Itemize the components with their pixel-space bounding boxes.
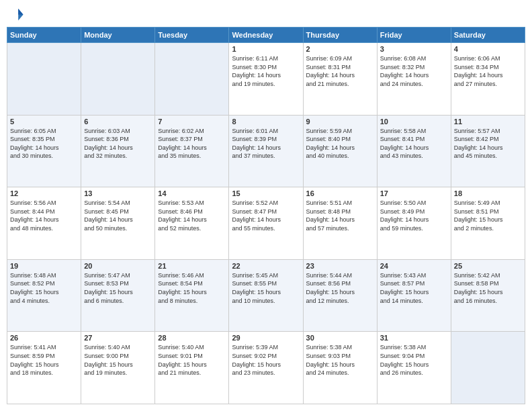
calendar-cell: 19Sunrise: 5:48 AM Sunset: 8:52 PM Dayli… bbox=[7, 259, 81, 332]
weekday-header-sunday: Sunday bbox=[7, 28, 81, 43]
calendar-cell: 2Sunrise: 6:09 AM Sunset: 8:31 PM Daylig… bbox=[303, 43, 377, 116]
day-info: Sunrise: 5:54 AM Sunset: 8:45 PM Dayligh… bbox=[84, 199, 152, 232]
day-number: 22 bbox=[232, 262, 300, 270]
day-number: 4 bbox=[454, 45, 522, 53]
week-row-2: 5Sunrise: 6:05 AM Sunset: 8:35 PM Daylig… bbox=[7, 115, 525, 187]
weekday-header-tuesday: Tuesday bbox=[155, 28, 229, 43]
calendar-cell: 23Sunrise: 5:44 AM Sunset: 8:56 PM Dayli… bbox=[303, 259, 377, 332]
calendar-cell bbox=[451, 332, 525, 404]
day-info: Sunrise: 5:52 AM Sunset: 8:47 PM Dayligh… bbox=[232, 199, 300, 232]
calendar-cell: 1Sunrise: 6:11 AM Sunset: 8:30 PM Daylig… bbox=[229, 43, 303, 116]
weekday-header-thursday: Thursday bbox=[303, 28, 377, 43]
day-number: 26 bbox=[10, 334, 78, 342]
day-number: 1 bbox=[232, 45, 300, 53]
day-number: 17 bbox=[380, 189, 448, 197]
day-number: 5 bbox=[10, 118, 78, 126]
day-number: 2 bbox=[306, 45, 374, 53]
day-number: 3 bbox=[380, 45, 448, 53]
day-number: 20 bbox=[84, 262, 152, 270]
logo bbox=[9, 7, 26, 21]
calendar-cell: 30Sunrise: 5:38 AM Sunset: 9:03 PM Dayli… bbox=[303, 332, 377, 404]
day-number: 16 bbox=[306, 189, 374, 197]
day-number: 8 bbox=[232, 118, 300, 126]
calendar-cell: 8Sunrise: 6:01 AM Sunset: 8:39 PM Daylig… bbox=[229, 115, 303, 187]
day-info: Sunrise: 5:40 AM Sunset: 9:01 PM Dayligh… bbox=[158, 343, 226, 377]
day-info: Sunrise: 5:41 AM Sunset: 8:59 PM Dayligh… bbox=[10, 343, 78, 377]
weekday-header-wednesday: Wednesday bbox=[229, 28, 303, 43]
day-info: Sunrise: 5:59 AM Sunset: 8:40 PM Dayligh… bbox=[306, 127, 374, 161]
day-info: Sunrise: 5:42 AM Sunset: 8:58 PM Dayligh… bbox=[454, 271, 522, 305]
day-number: 10 bbox=[380, 118, 448, 126]
calendar-cell: 15Sunrise: 5:52 AM Sunset: 8:47 PM Dayli… bbox=[229, 187, 303, 260]
day-number: 28 bbox=[158, 334, 226, 342]
day-info: Sunrise: 6:01 AM Sunset: 8:39 PM Dayligh… bbox=[232, 127, 300, 161]
day-info: Sunrise: 5:56 AM Sunset: 8:44 PM Dayligh… bbox=[10, 199, 78, 232]
svg-marker-1 bbox=[18, 9, 23, 15]
day-info: Sunrise: 5:46 AM Sunset: 8:54 PM Dayligh… bbox=[158, 271, 226, 305]
calendar-cell: 17Sunrise: 5:50 AM Sunset: 8:49 PM Dayli… bbox=[377, 187, 451, 260]
calendar-cell: 31Sunrise: 5:38 AM Sunset: 9:04 PM Dayli… bbox=[377, 332, 451, 404]
day-number: 25 bbox=[454, 262, 522, 270]
calendar-cell: 24Sunrise: 5:43 AM Sunset: 8:57 PM Dayli… bbox=[377, 259, 451, 332]
day-info: Sunrise: 6:09 AM Sunset: 8:31 PM Dayligh… bbox=[306, 54, 374, 88]
calendar-table: SundayMondayTuesdayWednesdayThursdayFrid… bbox=[7, 27, 525, 404]
week-row-4: 19Sunrise: 5:48 AM Sunset: 8:52 PM Dayli… bbox=[7, 259, 525, 332]
calendar-cell: 26Sunrise: 5:41 AM Sunset: 8:59 PM Dayli… bbox=[7, 332, 81, 404]
day-number: 19 bbox=[10, 262, 78, 270]
day-info: Sunrise: 6:05 AM Sunset: 8:35 PM Dayligh… bbox=[10, 127, 78, 161]
day-info: Sunrise: 5:38 AM Sunset: 9:03 PM Dayligh… bbox=[306, 343, 374, 377]
day-info: Sunrise: 6:11 AM Sunset: 8:30 PM Dayligh… bbox=[232, 54, 300, 88]
day-info: Sunrise: 5:53 AM Sunset: 8:46 PM Dayligh… bbox=[158, 199, 226, 232]
calendar-cell: 14Sunrise: 5:53 AM Sunset: 8:46 PM Dayli… bbox=[155, 187, 229, 260]
week-row-3: 12Sunrise: 5:56 AM Sunset: 8:44 PM Dayli… bbox=[7, 187, 525, 260]
day-number: 7 bbox=[158, 118, 226, 126]
day-number: 11 bbox=[454, 118, 522, 126]
week-row-5: 26Sunrise: 5:41 AM Sunset: 8:59 PM Dayli… bbox=[7, 332, 525, 404]
day-number: 12 bbox=[10, 189, 78, 197]
calendar-cell: 20Sunrise: 5:47 AM Sunset: 8:53 PM Dayli… bbox=[81, 259, 155, 332]
day-info: Sunrise: 5:47 AM Sunset: 8:53 PM Dayligh… bbox=[84, 271, 152, 305]
calendar-cell: 9Sunrise: 5:59 AM Sunset: 8:40 PM Daylig… bbox=[303, 115, 377, 187]
day-number: 24 bbox=[380, 262, 448, 270]
calendar-cell: 16Sunrise: 5:51 AM Sunset: 8:48 PM Dayli… bbox=[303, 187, 377, 260]
logo-icon bbox=[9, 7, 24, 21]
day-info: Sunrise: 6:03 AM Sunset: 8:36 PM Dayligh… bbox=[84, 127, 152, 161]
week-row-1: 1Sunrise: 6:11 AM Sunset: 8:30 PM Daylig… bbox=[7, 43, 525, 116]
weekday-header-saturday: Saturday bbox=[451, 28, 525, 43]
calendar-cell: 12Sunrise: 5:56 AM Sunset: 8:44 PM Dayli… bbox=[7, 187, 81, 260]
calendar-cell: 18Sunrise: 5:49 AM Sunset: 8:51 PM Dayli… bbox=[451, 187, 525, 260]
calendar-cell: 5Sunrise: 6:05 AM Sunset: 8:35 PM Daylig… bbox=[7, 115, 81, 187]
day-number: 30 bbox=[306, 334, 374, 342]
day-number: 23 bbox=[306, 262, 374, 270]
day-number: 18 bbox=[454, 189, 522, 197]
calendar-cell: 22Sunrise: 5:45 AM Sunset: 8:55 PM Dayli… bbox=[229, 259, 303, 332]
day-info: Sunrise: 5:43 AM Sunset: 8:57 PM Dayligh… bbox=[380, 271, 448, 305]
calendar-cell: 13Sunrise: 5:54 AM Sunset: 8:45 PM Dayli… bbox=[81, 187, 155, 260]
day-info: Sunrise: 5:44 AM Sunset: 8:56 PM Dayligh… bbox=[306, 271, 374, 305]
header bbox=[7, 7, 525, 21]
calendar-cell: 25Sunrise: 5:42 AM Sunset: 8:58 PM Dayli… bbox=[451, 259, 525, 332]
day-info: Sunrise: 5:50 AM Sunset: 8:49 PM Dayligh… bbox=[380, 199, 448, 232]
calendar-cell bbox=[155, 43, 229, 116]
day-info: Sunrise: 5:48 AM Sunset: 8:52 PM Dayligh… bbox=[10, 271, 78, 305]
day-number: 14 bbox=[158, 189, 226, 197]
calendar-cell: 10Sunrise: 5:58 AM Sunset: 8:41 PM Dayli… bbox=[377, 115, 451, 187]
day-number: 21 bbox=[158, 262, 226, 270]
page: SundayMondayTuesdayWednesdayThursdayFrid… bbox=[0, 0, 532, 411]
day-info: Sunrise: 5:38 AM Sunset: 9:04 PM Dayligh… bbox=[380, 343, 448, 377]
calendar-cell: 11Sunrise: 5:57 AM Sunset: 8:42 PM Dayli… bbox=[451, 115, 525, 187]
day-info: Sunrise: 5:40 AM Sunset: 9:00 PM Dayligh… bbox=[84, 343, 152, 377]
calendar-cell: 6Sunrise: 6:03 AM Sunset: 8:36 PM Daylig… bbox=[81, 115, 155, 187]
weekday-header-row: SundayMondayTuesdayWednesdayThursdayFrid… bbox=[7, 28, 525, 43]
day-number: 27 bbox=[84, 334, 152, 342]
day-info: Sunrise: 5:39 AM Sunset: 9:02 PM Dayligh… bbox=[232, 343, 300, 377]
calendar-cell: 27Sunrise: 5:40 AM Sunset: 9:00 PM Dayli… bbox=[81, 332, 155, 404]
day-info: Sunrise: 5:58 AM Sunset: 8:41 PM Dayligh… bbox=[380, 127, 448, 161]
day-number: 9 bbox=[306, 118, 374, 126]
calendar-cell bbox=[7, 43, 81, 116]
calendar-cell: 28Sunrise: 5:40 AM Sunset: 9:01 PM Dayli… bbox=[155, 332, 229, 404]
calendar-cell: 7Sunrise: 6:02 AM Sunset: 8:37 PM Daylig… bbox=[155, 115, 229, 187]
day-number: 29 bbox=[232, 334, 300, 342]
calendar-cell bbox=[81, 43, 155, 116]
calendar-cell: 21Sunrise: 5:46 AM Sunset: 8:54 PM Dayli… bbox=[155, 259, 229, 332]
